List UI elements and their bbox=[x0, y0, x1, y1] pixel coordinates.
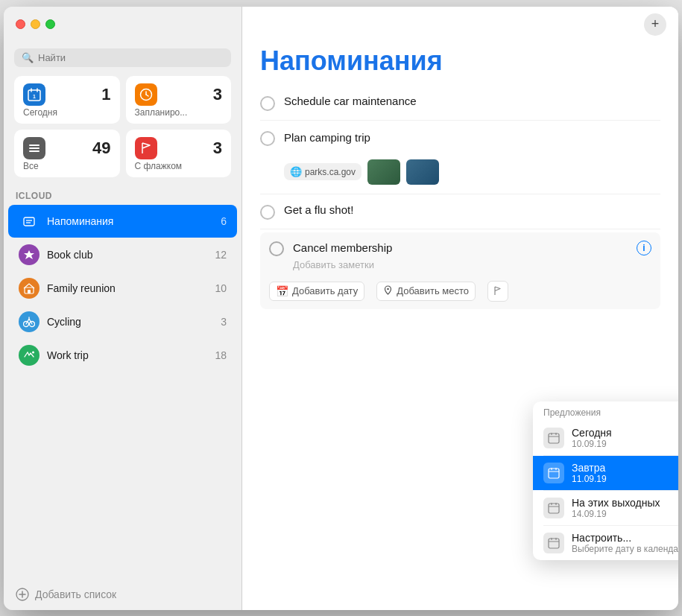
reminder-attachments: 🌐 parks.ca.gov bbox=[260, 159, 439, 185]
sidebar-item-worktrip[interactable]: Work trip 18 bbox=[8, 339, 237, 372]
attachment-image-2[interactable] bbox=[406, 159, 439, 185]
sl-row-all: 49 bbox=[23, 137, 111, 159]
suggestion-custom-text: Настроить... Выберите дату в календаре bbox=[572, 532, 678, 554]
reminder-info-button[interactable]: i bbox=[637, 241, 651, 255]
svg-point-22 bbox=[387, 288, 389, 290]
cycling-list-count: 3 bbox=[221, 316, 227, 328]
reminder-text-2: Plan camping trip bbox=[284, 131, 660, 144]
maximize-button[interactable] bbox=[45, 19, 55, 29]
flagged-label: С флажком bbox=[135, 161, 223, 171]
suggestion-calendar-icon-tomorrow bbox=[543, 463, 564, 483]
today-icon: 1 bbox=[23, 83, 45, 106]
sl-row-scheduled: 3 bbox=[135, 83, 223, 106]
scheduled-count: 3 bbox=[213, 85, 222, 104]
worktrip-icon bbox=[19, 345, 40, 366]
add-list-icon bbox=[16, 588, 29, 601]
svg-rect-23 bbox=[549, 434, 559, 443]
suggestion-weekend-date: 14.09.19 bbox=[572, 509, 678, 519]
smart-lists: 1 1 Сегодня 3 Запланиро... bbox=[4, 76, 241, 186]
reminder-schedule-car: Schedule car maintenance bbox=[260, 86, 660, 121]
suggestion-today-title: Сегодня bbox=[572, 427, 678, 439]
bookclub-list-name: Book club bbox=[47, 249, 207, 261]
minimize-button[interactable] bbox=[31, 19, 40, 29]
search-bar[interactable]: 🔍 bbox=[14, 48, 231, 67]
calendar-icon: 📅 bbox=[276, 285, 288, 297]
reminder-text-3: Get a flu shot! bbox=[284, 203, 660, 216]
suggestions-header: Предложения bbox=[533, 401, 678, 421]
smart-list-flagged[interactable]: 3 С флажком bbox=[126, 130, 232, 177]
svg-point-18 bbox=[32, 351, 34, 353]
search-icon: 🔍 bbox=[22, 52, 34, 63]
list-items: Напоминания 6 Book club 12 Family reunio… bbox=[4, 204, 241, 579]
suggestion-calendar-icon-today bbox=[543, 428, 564, 448]
sl-row-flagged: 3 bbox=[135, 137, 223, 159]
svg-text:1: 1 bbox=[33, 94, 36, 99]
reminder-date-row: 📅 Добавить дату Добавить место bbox=[269, 276, 651, 302]
smart-list-scheduled[interactable]: 3 Запланиро... bbox=[126, 76, 232, 124]
info-icon: i bbox=[642, 243, 645, 253]
add-list-button[interactable]: Добавить список bbox=[4, 579, 241, 610]
reminders-list-name: Напоминания bbox=[47, 215, 213, 227]
sidebar-item-bookclub[interactable]: Book club 12 bbox=[8, 238, 237, 271]
attachment-link-parks[interactable]: 🌐 parks.ca.gov bbox=[284, 163, 361, 180]
smart-list-today[interactable]: 1 1 Сегодня bbox=[14, 76, 120, 124]
reminder-cancel-membership: Cancel membership i Добавить заметки 📅 Д… bbox=[260, 232, 660, 309]
titlebar bbox=[4, 7, 241, 42]
attachment-link-text: parks.ca.gov bbox=[305, 167, 356, 177]
reminders-icon bbox=[19, 211, 40, 232]
svg-rect-10 bbox=[24, 217, 34, 226]
svg-marker-13 bbox=[24, 250, 34, 259]
reminder-circle-4[interactable] bbox=[269, 241, 284, 256]
reminder-camping-row: Plan camping trip bbox=[260, 130, 660, 146]
add-list-label: Добавить список bbox=[35, 588, 116, 600]
worktrip-list-name: Work trip bbox=[47, 349, 207, 361]
flag-button[interactable] bbox=[487, 281, 508, 302]
main-content: + Напоминания Schedule car maintenance P… bbox=[242, 7, 678, 610]
sidebar: 🔍 1 1 Сегодня 3 Зап bbox=[4, 7, 242, 610]
svg-rect-31 bbox=[549, 504, 559, 513]
flagged-count: 3 bbox=[213, 139, 222, 158]
attachment-image-1[interactable] bbox=[367, 159, 400, 185]
cycling-list-name: Cycling bbox=[47, 316, 213, 328]
main-titlebar: + bbox=[242, 7, 678, 42]
reminder-text-4: Cancel membership bbox=[293, 241, 628, 254]
close-button[interactable] bbox=[16, 19, 25, 29]
add-reminder-button[interactable]: + bbox=[644, 13, 666, 36]
suggestion-today[interactable]: Сегодня 10.09.19 bbox=[533, 421, 678, 455]
all-count: 49 bbox=[92, 139, 110, 158]
reminder-circle-1[interactable] bbox=[260, 96, 275, 111]
traffic-lights bbox=[16, 19, 55, 29]
today-count: 1 bbox=[101, 85, 110, 104]
reminder-notes[interactable]: Добавить заметки bbox=[269, 256, 651, 276]
suggestion-weekend[interactable]: На этих выходных 14.09.19 bbox=[533, 491, 678, 525]
suggestion-calendar-icon-custom bbox=[543, 533, 564, 553]
sidebar-item-reminders[interactable]: Напоминания 6 bbox=[8, 205, 237, 238]
suggestion-calendar-icon-weekend bbox=[543, 498, 564, 518]
globe-icon: 🌐 bbox=[290, 166, 302, 177]
suggestion-tomorrow[interactable]: Завтра 11.09.19 bbox=[533, 456, 678, 490]
family-list-name: Family reunion bbox=[47, 282, 207, 294]
reminder-flu-shot: Get a flu shot! bbox=[260, 194, 660, 229]
search-input[interactable] bbox=[38, 52, 224, 63]
sidebar-item-family[interactable]: Family reunion 10 bbox=[8, 272, 237, 305]
reminder-circle-2[interactable] bbox=[260, 131, 275, 146]
sidebar-item-cycling[interactable]: Cycling 3 bbox=[8, 305, 237, 338]
add-location-button[interactable]: Добавить место bbox=[376, 282, 476, 301]
family-icon bbox=[19, 278, 40, 299]
reminder-circle-3[interactable] bbox=[260, 205, 275, 220]
suggestion-weekend-title: На этих выходных bbox=[572, 497, 678, 509]
reminder-text-1: Schedule car maintenance bbox=[284, 95, 660, 107]
location-icon bbox=[383, 285, 393, 297]
suggestion-weekend-text: На этих выходных 14.09.19 bbox=[572, 497, 678, 519]
suggestion-today-text: Сегодня 10.09.19 bbox=[572, 427, 678, 449]
suggestion-tomorrow-text: Завтра 11.09.19 bbox=[572, 462, 678, 484]
add-date-button[interactable]: 📅 Добавить дату bbox=[269, 282, 364, 301]
svg-rect-27 bbox=[549, 469, 559, 478]
smart-list-all[interactable]: 49 Все bbox=[14, 130, 120, 177]
suggestion-custom[interactable]: Настроить... Выберите дату в календаре bbox=[533, 526, 678, 560]
svg-rect-8 bbox=[29, 147, 40, 149]
suggestion-today-date: 10.09.19 bbox=[572, 439, 678, 449]
reminder-cancel-row: Cancel membership i bbox=[269, 240, 651, 256]
bookclub-list-count: 12 bbox=[215, 249, 227, 261]
suggestions-dropdown: Предложения Сегодня 10.09.19 Завтра bbox=[533, 401, 678, 560]
